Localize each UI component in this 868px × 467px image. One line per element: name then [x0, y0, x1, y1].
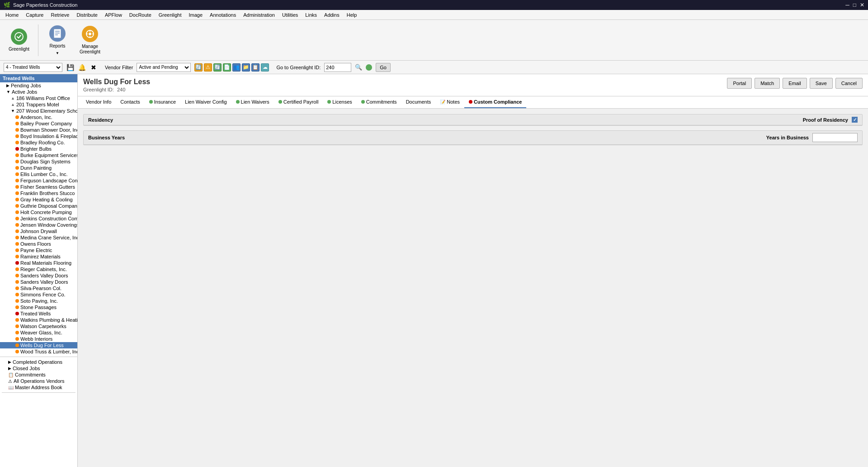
portal-button[interactable]: Portal [727, 78, 752, 89]
bell-icon[interactable]: 🔔 [78, 63, 86, 71]
tree-item-burke[interactable]: Burke Equipment Services [0, 152, 77, 158]
tree-item-gray[interactable]: Gray Heating & Cooling [0, 196, 77, 203]
tab-certified-payroll[interactable]: Certified Payroll [274, 96, 323, 108]
tree-item-stone[interactable]: Stone Passages [0, 304, 77, 310]
tree-item-watkins[interactable]: Watkins Plumbing & Heatin [0, 317, 77, 323]
tree-item-job-201[interactable]: ▲ 201 Trappers Motel [0, 101, 77, 108]
tree-item-rieger[interactable]: Rieger Cabinets, Inc. [0, 266, 77, 272]
menu-image[interactable]: Image [185, 11, 207, 19]
tree-item-jenkins[interactable]: Jenkins Construction Comp [0, 215, 77, 222]
menu-links[interactable]: Links [302, 11, 321, 19]
greenlight-toolbar-button[interactable]: Greenlight [4, 23, 34, 58]
menu-distribute[interactable]: Distribute [73, 11, 101, 19]
tree-item-bowman[interactable]: Bowman Shower Door, Inc. [0, 127, 77, 133]
tree-item-treated[interactable]: Treated Wells [0, 310, 77, 317]
tree-item-douglas[interactable]: Douglas Sign Systems [0, 158, 77, 165]
tree-item-brighter[interactable]: Brighter Bulbs [0, 146, 77, 152]
tab-commitments[interactable]: Commitments [357, 96, 401, 108]
project-dropdown[interactable]: 4 - Treated Wells [4, 63, 62, 72]
tree-item-closed-jobs[interactable]: ▶ Closed Jobs [2, 365, 75, 372]
tree-item-owens[interactable]: Owens Floors [0, 241, 77, 247]
tree-item-commitments[interactable]: 📋 Commitments [2, 372, 75, 378]
menu-retrieve[interactable]: Retrieve [47, 11, 73, 19]
tab-insurance[interactable]: Insurance [145, 96, 180, 108]
search-icon[interactable]: 🔍 [355, 64, 362, 71]
tree-item-all-ops-vendors[interactable]: ⚠ All Operations Vendors [2, 378, 75, 384]
tab-documents[interactable]: Documents [401, 96, 436, 108]
proof-of-residency-checkbox[interactable]: ✓ [852, 117, 858, 123]
tree-item-sanders1[interactable]: Sanders Valley Doors [0, 272, 77, 279]
tree-item-holt[interactable]: Holt Concrete Pumping [0, 209, 77, 215]
tab-custom-compliance[interactable]: Custom Compliance [464, 96, 526, 108]
tree-item-ellis[interactable]: Ellis Lumber Co., Inc. [0, 171, 77, 177]
tree-item-jensen[interactable]: Jensen Window Coverings [0, 222, 77, 228]
tree-item-weaver[interactable]: Weaver Glass, Inc. [0, 329, 77, 336]
tree-item-ferguson[interactable]: Ferguson Landscape Cons [0, 177, 77, 184]
tree-item-completed-ops[interactable]: ▶ Completed Operations [2, 359, 75, 365]
match-button[interactable]: Match [755, 78, 780, 89]
tree-item-wood-truss[interactable]: Wood Truss & Lumber, Inc. [0, 348, 77, 355]
menu-annotations[interactable]: Annotations [206, 11, 240, 19]
tree-item-payne[interactable]: Payne Electric [0, 247, 77, 253]
tree-item-fisher[interactable]: Fisher Seamless Gutters [0, 184, 77, 190]
tree-item-silva[interactable]: Silva-Pearson Col. [0, 285, 77, 291]
manage-greenlight-toolbar-button[interactable]: ManageGreenlight [75, 23, 105, 58]
tree-item-webb[interactable]: Webb Interiors [0, 336, 77, 342]
restore-button[interactable]: □ [853, 2, 856, 8]
tab-vendor-info[interactable]: Vendor Info [81, 96, 116, 108]
cancel-button[interactable]: Cancel [835, 78, 863, 89]
save-small-icon[interactable]: 💾 [66, 63, 74, 71]
tree-item-franklin[interactable]: Franklin Brothers Stucco [0, 190, 77, 196]
tree-item-simmons[interactable]: Simmons Fence Co. [0, 291, 77, 298]
warning-icon[interactable]: ⚠ [204, 63, 212, 71]
email-button[interactable]: Email [783, 78, 807, 89]
tree-item-watson[interactable]: Watson Carpetworks [0, 323, 77, 329]
save-button[interactable]: Save [810, 78, 833, 89]
menu-utilities[interactable]: Utilities [278, 11, 302, 19]
tree-item-guthrie[interactable]: Guthrie Disposal Company [0, 203, 77, 209]
greenlight-id-input[interactable] [324, 63, 351, 72]
tab-contacts[interactable]: Contacts [116, 96, 144, 108]
menu-apflow[interactable]: APFlow [101, 11, 126, 19]
tree-item-master-address[interactable]: 📖 Master Address Book [2, 384, 75, 391]
tree-item-job-186[interactable]: ▲ 186 Williams Post Office [0, 95, 77, 101]
years-in-business-input[interactable] [812, 133, 858, 142]
tree-item-ramirez[interactable]: Ramirez Materials [0, 253, 77, 260]
refresh-icon[interactable]: 🔄 [194, 63, 203, 71]
menu-home[interactable]: Home [2, 11, 22, 19]
tree-item-johnson[interactable]: Johnson Drywall [0, 228, 77, 234]
sync-icon[interactable]: 🔄 [213, 63, 222, 71]
close-button[interactable]: ✕ [860, 2, 864, 8]
menu-help[interactable]: Help [343, 11, 361, 19]
tree-item-pending-jobs[interactable]: ▶ Pending Jobs [0, 82, 77, 89]
tree-item-dunn[interactable]: Dunn Painting [0, 165, 77, 171]
tab-lien-waivers[interactable]: Lien Waivers [231, 96, 274, 108]
menu-greenlight[interactable]: Greenlight [155, 11, 185, 19]
go-button[interactable]: Go [376, 63, 391, 72]
tree-item-real-materials[interactable]: Real Materials Flooring [0, 260, 77, 266]
tab-licenses[interactable]: Licenses [323, 96, 356, 108]
tree-item-wells[interactable]: Wells Dug For Less [0, 342, 77, 348]
tree-item-bailey[interactable]: Bailey Power Company [0, 120, 77, 127]
reports-toolbar-button[interactable]: Reports ▼ [42, 23, 73, 58]
vendor-filter-dropdown[interactable]: Active and Pending Active Pending All [137, 63, 191, 72]
tree-item-bradley[interactable]: Bradley Roofing Co. [0, 139, 77, 146]
close-small-icon[interactable]: ✖ [90, 63, 98, 71]
doc-icon[interactable]: 📄 [223, 63, 231, 71]
menu-docroute[interactable]: DocRoute [126, 11, 155, 19]
tree-item-medina[interactable]: Medina Crane Service, Inc. [0, 234, 77, 241]
menu-capture[interactable]: Capture [22, 11, 47, 19]
menu-addins[interactable]: Addins [321, 11, 343, 19]
minimize-button[interactable]: ─ [845, 2, 849, 8]
tree-item-active-jobs[interactable]: ▼ Active Jobs [0, 89, 77, 95]
users-icon[interactable]: 👥 [232, 63, 241, 71]
tree-item-job-207[interactable]: ▼ 207 Wood Elementary School [0, 108, 77, 114]
tree-item-boyd[interactable]: Boyd Insulation & Fireplace [0, 133, 77, 139]
folder-icon[interactable]: 📁 [242, 63, 250, 71]
tree-item-anderson[interactable]: Anderson, Inc. [0, 114, 77, 120]
tab-notes[interactable]: 📝 Notes [435, 96, 464, 108]
menu-administration[interactable]: Administration [240, 11, 278, 19]
tree-item-soto[interactable]: Soto Paving, Inc. [0, 298, 77, 304]
clipboard-icon[interactable]: 📋 [251, 63, 259, 71]
cloud-icon[interactable]: ☁ [261, 63, 269, 71]
